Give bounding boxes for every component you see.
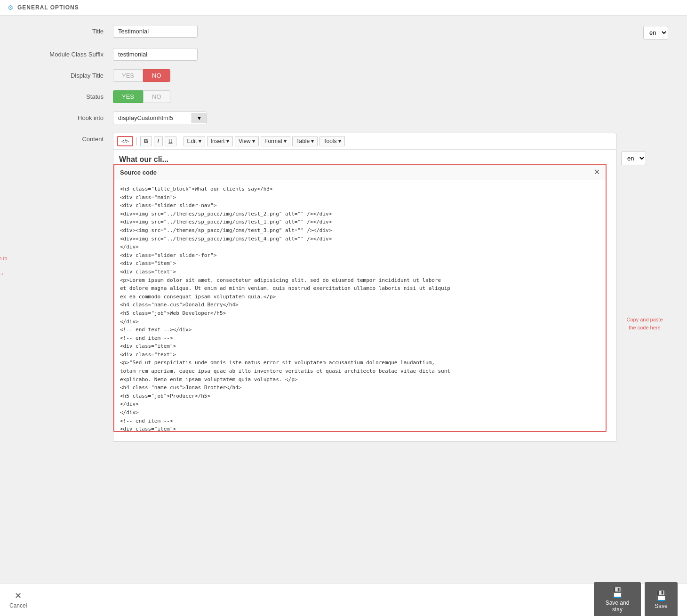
- hook-label: Hook into: [19, 112, 113, 121]
- preview-title: What our cli...: [119, 155, 610, 164]
- copy-hint-text: Copy and paste the code here: [621, 316, 668, 331]
- title-label: Title: [19, 25, 113, 35]
- display-title-control: YES NO: [113, 69, 442, 82]
- title-lang-select[interactable]: en: [643, 26, 668, 40]
- format-menu-btn[interactable]: Format ▾: [261, 136, 290, 146]
- display-title-yes-btn[interactable]: YES: [113, 69, 143, 82]
- save-and-stay-button[interactable]: 💾 Save and stay: [594, 582, 641, 616]
- status-row: Status YES NO: [19, 90, 668, 103]
- main-content: Title en Module Class Suffix Display Tit…: [0, 16, 687, 583]
- save-button[interactable]: 💾 Save: [645, 582, 678, 616]
- toolbar-sep-1: [136, 137, 137, 145]
- source-code-btn[interactable]: </>: [117, 136, 133, 146]
- gear-icon: ⚙: [8, 4, 14, 11]
- hook-select-text: displayCustomhtml5: [113, 112, 192, 124]
- view-menu-btn[interactable]: View ▾: [235, 136, 259, 146]
- status-toggle: YES NO: [113, 90, 442, 103]
- module-class-label: Module Class Suffix: [19, 48, 113, 58]
- cancel-label: Cancel: [9, 602, 27, 609]
- top-bar: ⚙ GENERAL OPTIONS: [0, 0, 687, 16]
- click-hint-text: Click this button to switch to the sourc…: [0, 255, 9, 270]
- title-control: [113, 25, 442, 38]
- editor-content: What our cli... "Lorem ipsum aaliqua. Ut…: [113, 150, 616, 441]
- save-label: Save: [655, 603, 667, 609]
- save-stay-floppy-icon: 💾: [612, 587, 623, 598]
- source-modal-close-btn[interactable]: ✕: [594, 168, 600, 176]
- edit-menu-btn[interactable]: Edit ▾: [184, 136, 205, 146]
- module-class-row: Module Class Suffix: [19, 48, 668, 61]
- tools-menu-btn[interactable]: Tools ▾: [320, 136, 344, 146]
- title-row: Title en: [19, 25, 668, 40]
- hook-row: Hook into displayCustomhtml5 ▼: [19, 112, 668, 124]
- arrow-icon: →: [0, 270, 5, 278]
- toolbar-sep-2: [180, 137, 180, 145]
- display-title-no-btn[interactable]: NO: [143, 69, 170, 82]
- footer-right: 💾 Save and stay 💾 Save: [594, 582, 678, 616]
- content-label: Content: [19, 133, 113, 143]
- display-title-toggle: YES NO: [113, 69, 442, 82]
- status-control: YES NO: [113, 90, 442, 103]
- save-stay-label: Save and stay: [602, 600, 632, 613]
- source-modal-header: Source code ✕: [114, 165, 606, 180]
- display-title-label: Display Title: [19, 69, 113, 79]
- source-code-modal: Source code ✕ <h3 class="title_block">Wh…: [113, 164, 607, 432]
- editor-wrapper: </> B I U Edit ▾ Insert ▾ View ▾ Format …: [113, 133, 616, 442]
- hook-select-wrapper: displayCustomhtml5 ▼: [113, 112, 207, 124]
- status-yes-btn[interactable]: YES: [113, 90, 143, 103]
- hook-select-arrow[interactable]: ▼: [192, 113, 207, 123]
- table-menu-btn[interactable]: Table ▾: [292, 136, 318, 146]
- content-lang-select[interactable]: en: [621, 152, 646, 165]
- bold-btn[interactable]: B: [140, 136, 152, 146]
- insert-menu-btn[interactable]: Insert ▾: [207, 136, 233, 146]
- click-hint: Click this button to switch to the sourc…: [0, 255, 9, 278]
- footer-bar: ✕ Cancel 💾 Save and stay 💾 Save: [0, 583, 687, 616]
- cancel-icon: ✕: [15, 591, 22, 601]
- content-row: Click this button to switch to the sourc…: [19, 133, 668, 442]
- source-modal-title: Source code: [120, 169, 157, 176]
- hook-control: displayCustomhtml5 ▼: [113, 112, 442, 124]
- source-code-area[interactable]: <h3 class="title_block">What our clients…: [114, 180, 606, 431]
- save-floppy-icon: 💾: [655, 590, 667, 601]
- display-title-row: Display Title YES NO: [19, 69, 668, 82]
- editor-toolbar: </> B I U Edit ▾ Insert ▾ View ▾ Format …: [113, 133, 616, 150]
- content-row-right: en Copy and paste the code here: [616, 133, 668, 331]
- module-class-input[interactable]: [113, 48, 198, 61]
- status-label: Status: [19, 90, 113, 100]
- italic-btn[interactable]: I: [154, 136, 163, 146]
- title-input[interactable]: [113, 25, 198, 38]
- module-class-control: [113, 48, 442, 61]
- editor-preview: What our cli... "Lorem ipsum aaliqua. Ut…: [113, 150, 616, 441]
- source-modal-overlay: Source code ✕ <h3 class="title_block">Wh…: [113, 164, 616, 441]
- underline-btn[interactable]: U: [165, 136, 176, 146]
- status-no-btn[interactable]: NO: [143, 90, 170, 103]
- page-title: GENERAL OPTIONS: [17, 4, 79, 11]
- cancel-button[interactable]: ✕ Cancel: [9, 591, 27, 609]
